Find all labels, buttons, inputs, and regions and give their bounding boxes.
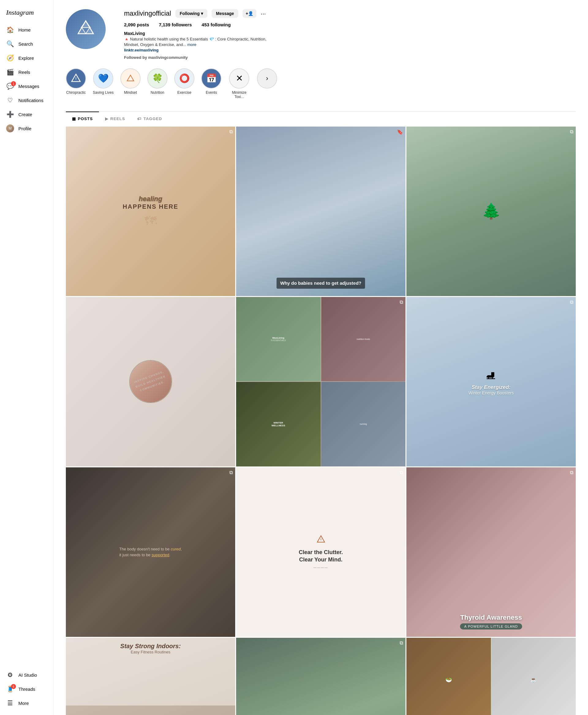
profile-top-row: maxlivingofficial Following ▾ Message +👤… <box>124 9 576 18</box>
tagged-tab-icon: 🏷 <box>137 117 142 121</box>
svg-marker-6 <box>127 75 134 81</box>
sidebar-item-home[interactable]: 🏠 Home <box>4 23 49 37</box>
highlight-events[interactable]: 📅 Events <box>201 68 222 99</box>
add-person-button[interactable]: +👤 <box>243 9 256 18</box>
profile-stats: 2,090 posts 7,139 followers 453 followin… <box>124 22 576 27</box>
post-3[interactable]: 🌲 ⧉ <box>406 127 576 296</box>
bio-more-link[interactable]: more <box>187 42 196 47</box>
highlight-minimize-toxi[interactable]: ✕ Minimize Toxi... <box>228 68 250 99</box>
highlight-circle-chiropractic <box>66 68 86 88</box>
highlight-label-mindset: Mindset <box>124 90 137 95</box>
stat-following[interactable]: 453 following <box>202 22 231 27</box>
posts-count: 2,090 <box>124 22 136 27</box>
sidebar-item-label: Explore <box>18 56 34 61</box>
tabs-row: ▦ Posts ▶ Reels 🏷 Tagged <box>66 111 576 125</box>
post-10[interactable]: Stay Strong Indoors: Easy Fitness Routin… <box>66 638 235 715</box>
sidebar-item-ai-studio[interactable]: ⚙ AI Studio <box>4 668 49 682</box>
profile-bio: 🔺 Natural holistic health using the 5 Es… <box>124 37 277 53</box>
sidebar-item-more[interactable]: ☰ More <box>4 696 49 710</box>
svg-marker-3 <box>86 27 93 34</box>
profile-avatar-wrap <box>66 9 106 49</box>
highlight-circle-exercise: ⭕ <box>174 68 194 88</box>
tab-tagged[interactable]: 🏷 Tagged <box>131 111 168 125</box>
stat-followers[interactable]: 7,139 followers <box>159 22 192 27</box>
sidebar-item-label: Create <box>18 112 32 117</box>
sidebar-item-create[interactable]: ➕ Create <box>4 107 49 121</box>
tagged-tab-label: Tagged <box>143 117 162 121</box>
highlight-label-saving-lives: Saving Lives <box>93 90 113 95</box>
highlight-exercise[interactable]: ⭕ Exercise <box>174 68 194 99</box>
highlight-more-arrow[interactable]: › <box>257 68 277 99</box>
followed-by-label: Followed by <box>124 55 147 60</box>
highlight-nutrition[interactable]: 🍀 Nutrition <box>147 68 168 99</box>
sidebar-item-reels[interactable]: 🎬 Reels <box>4 65 49 79</box>
post-2[interactable]: Why do babies need to get adjusted? 🔖 <box>236 127 405 296</box>
more-options-button[interactable]: ··· <box>260 10 266 17</box>
profile-avatar-small: M <box>6 124 14 132</box>
tab-posts[interactable]: ▦ Posts <box>66 111 99 125</box>
messages-badge: 1 <box>11 81 16 86</box>
post-5[interactable]: MaxLiving 5 ESSENTIALS nutrition foods W… <box>236 297 405 467</box>
reels-tab-icon: ▶ <box>105 117 108 121</box>
followers-label: followers <box>171 22 192 27</box>
svg-marker-1 <box>81 21 90 27</box>
sidebar-item-profile[interactable]: M Profile <box>4 121 49 136</box>
following-label: Following <box>180 11 200 16</box>
sidebar: Instagram 🏠 Home 🔍 Search 🧭 Explore 🎬 Re… <box>0 0 54 715</box>
highlight-mindset[interactable]: Mindset <box>120 68 141 99</box>
sidebar-item-label: More <box>18 700 29 706</box>
post-1[interactable]: healing HAPPENS HERE 🗺 ⧉ <box>66 127 235 296</box>
posts-label: posts <box>137 22 149 27</box>
highlight-label-nutrition: Nutrition <box>151 90 165 95</box>
post-12[interactable]: 🥗 ☕ WINTERVEGETABLEQUINOABOWL... 🍋 <box>406 638 576 715</box>
sidebar-item-label: Threads <box>18 687 35 692</box>
stat-posts: 2,090 posts <box>124 22 149 27</box>
highlight-circle-more: › <box>257 68 277 88</box>
profile-display-name: MaxLiving <box>124 31 576 36</box>
followed-by-user[interactable]: maxlivingcommunity <box>148 55 188 60</box>
highlight-label-events: Events <box>206 90 217 95</box>
posts-tab-label: Posts <box>78 117 93 121</box>
highlight-circle-events: 📅 <box>201 68 222 88</box>
reels-icon: 🎬 <box>6 68 14 76</box>
post-8[interactable]: Clear the Clutter.Clear Your Mind. ———— … <box>236 467 405 637</box>
more-icon: ☰ <box>6 699 14 707</box>
highlight-label-minimize: Minimize Toxi... <box>228 90 250 99</box>
sidebar-item-messages[interactable]: 💬 1 Messages <box>4 79 49 93</box>
post-7[interactable]: The body doesn't need to be cured,it jus… <box>66 467 235 637</box>
highlight-chiropractic[interactable]: Chiropractic <box>66 68 86 99</box>
instagram-logo[interactable]: Instagram <box>4 5 49 23</box>
highlight-circle-mindset <box>120 68 141 88</box>
person-plus-icon: +👤 <box>246 11 253 16</box>
sidebar-item-label: Messages <box>18 84 39 89</box>
post-11[interactable]: 🌲 Immune BoostingFoods for Winter ⧉ <box>236 638 405 715</box>
post-6[interactable]: ⛸ Stay Energized: Winter Energy Boosters… <box>406 297 576 467</box>
sidebar-item-explore[interactable]: 🧭 Explore <box>4 51 49 65</box>
profile-followed-by: Followed by maxlivingcommunity <box>124 55 576 60</box>
sidebar-item-threads[interactable]: 🧵 6 Threads <box>4 682 49 696</box>
post-4[interactable]: Inspire Change,Build HealthierCommunitie… <box>66 297 235 467</box>
followers-count: 7,139 <box>159 22 171 27</box>
threads-badge: 6 <box>11 684 16 689</box>
bio-line2: Exercise, and... <box>159 42 186 47</box>
highlight-circle-saving-lives: 💙 <box>93 68 113 88</box>
highlight-saving-lives[interactable]: 💙 Saving Lives <box>93 68 113 99</box>
tab-reels[interactable]: ▶ Reels <box>99 111 131 125</box>
message-button[interactable]: Message <box>212 9 238 18</box>
bio-link[interactable]: linktr.ee/maxliving <box>124 48 159 53</box>
posts-tab-icon: ▦ <box>72 117 76 121</box>
sidebar-item-notifications[interactable]: ♡ Notifications <box>4 93 49 107</box>
sidebar-item-label: Reels <box>18 69 30 75</box>
post-9[interactable]: Thyroid Awareness A POWERFUL LITTLE GLAN… <box>406 467 576 637</box>
create-icon: ➕ <box>6 110 14 118</box>
search-icon: 🔍 <box>6 40 14 48</box>
svg-marker-2 <box>78 27 86 34</box>
posts-grid: healing HAPPENS HERE 🗺 ⧉ Why do babies n… <box>66 127 576 715</box>
profile-info: maxlivingofficial Following ▾ Message +👤… <box>124 9 576 60</box>
sidebar-item-search[interactable]: 🔍 Search <box>4 37 49 51</box>
following-label: following <box>211 22 231 27</box>
sidebar-item-label: Profile <box>18 126 31 131</box>
following-count: 453 <box>202 22 209 27</box>
following-button[interactable]: Following ▾ <box>175 9 207 18</box>
profile-username: maxlivingofficial <box>124 9 171 18</box>
